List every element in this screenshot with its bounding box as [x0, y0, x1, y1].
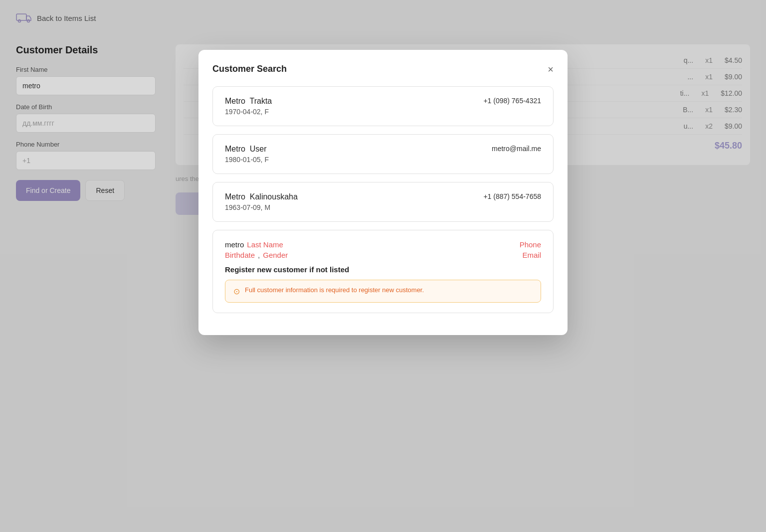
modal-title: Customer Search — [212, 64, 287, 74]
customer-search-modal: Customer Search × Metro Trakta +1 (098) … — [198, 50, 568, 335]
customer-details-2: 1980-01-05, F — [225, 156, 541, 164]
modal-close-button[interactable]: × — [548, 64, 554, 74]
new-customer-firstname: metro — [225, 240, 244, 249]
new-customer-phone-placeholder: Phone — [520, 240, 541, 249]
warning-text: Full customer information is required to… — [245, 286, 424, 294]
customer-result-3[interactable]: Metro Kalinouskaha +1 (887) 554-7658 196… — [212, 182, 554, 222]
customer-result-2[interactable]: Metro User metro@mail.me 1980-01-05, F — [212, 134, 554, 174]
modal-overlay: Customer Search × Metro Trakta +1 (098) … — [0, 0, 766, 532]
customer-name-3: Metro Kalinouskaha — [225, 192, 298, 201]
customer-contact-1: +1 (098) 765-4321 — [483, 97, 541, 105]
warning-icon: ⊙ — [233, 287, 240, 296]
customer-name-1: Metro Trakta — [225, 97, 272, 106]
customer-contact-3: +1 (887) 554-7658 — [483, 192, 541, 200]
customer-contact-2: metro@mail.me — [492, 145, 541, 153]
new-customer-lastname-placeholder: Last Name — [247, 240, 283, 249]
new-customer-email-placeholder: Email — [522, 251, 541, 259]
customer-details-1: 1970-04-02, F — [225, 108, 541, 116]
register-label: Register new customer if not listed — [225, 265, 541, 274]
modal-header: Customer Search × — [212, 64, 554, 74]
warning-box: ⊙ Full customer information is required … — [225, 280, 541, 303]
new-customer-birthdate-placeholder: Birthdate — [225, 251, 255, 259]
new-customer-gender-placeholder: Gender — [263, 251, 288, 259]
customer-result-1[interactable]: Metro Trakta +1 (098) 765-4321 1970-04-0… — [212, 86, 554, 126]
new-customer-card: metro Last Name Phone Birthdate , Gender… — [212, 230, 554, 313]
customer-name-2: Metro User — [225, 145, 267, 154]
customer-details-3: 1963-07-09, M — [225, 203, 541, 211]
